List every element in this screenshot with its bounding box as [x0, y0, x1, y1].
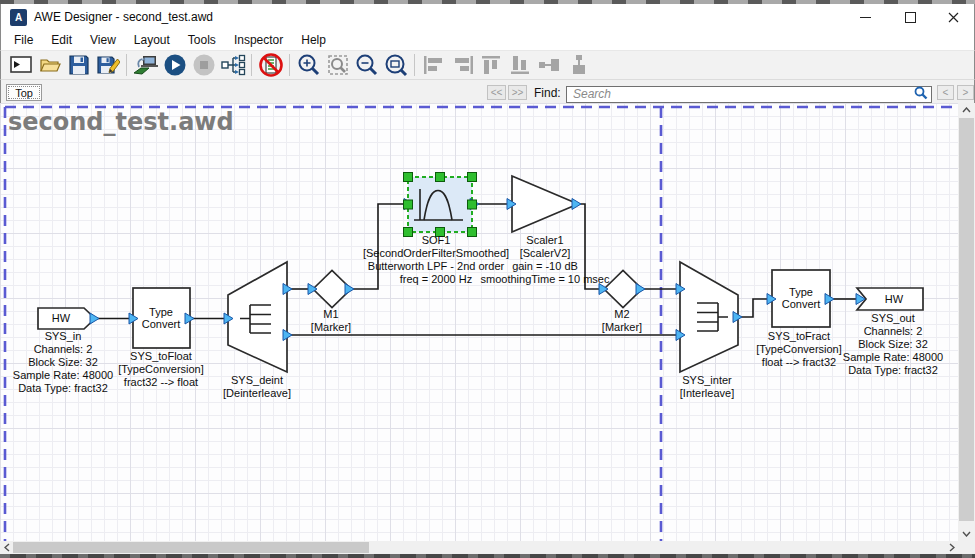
label-line: fract32 --> float: [118, 376, 204, 389]
align-top-icon: [479, 53, 505, 77]
align-center-horizontal-button[interactable]: [535, 52, 564, 78]
scroll-left-arrow[interactable]: [0, 541, 13, 554]
chevron-left-icon: [4, 543, 10, 552]
menu-file[interactable]: File: [5, 31, 42, 49]
menu-edit[interactable]: Edit: [42, 31, 81, 49]
zoom-fit-button[interactable]: [381, 52, 410, 78]
zoom-region-button[interactable]: [323, 52, 352, 78]
find-next-button[interactable]: >: [957, 85, 974, 100]
history-forward-button[interactable]: >>: [508, 85, 527, 100]
pin-m1-in[interactable]: [308, 284, 317, 295]
sys-out-label: SYS_out Channels: 2 Block Size: 32 Sampl…: [843, 312, 943, 377]
sys-tofloat-label: SYS_toFloat [TypeConversion] fract32 -->…: [118, 350, 204, 389]
align-center-vertical-button[interactable]: [564, 52, 593, 78]
new-design-button[interactable]: [6, 52, 35, 78]
scroll-down-arrow[interactable]: [958, 527, 975, 541]
label-line: M2: [602, 308, 642, 321]
align-right-button[interactable]: [448, 52, 477, 78]
open-folder-icon: [38, 53, 62, 77]
toolbar-separator: [414, 54, 415, 76]
align-left-icon: [421, 53, 447, 77]
align-left-button[interactable]: [419, 52, 448, 78]
vertical-scrollbar[interactable]: [958, 103, 975, 541]
menu-layout[interactable]: Layout: [125, 31, 179, 49]
save-as-icon: [96, 53, 120, 77]
open-button[interactable]: [35, 52, 64, 78]
menu-tools[interactable]: Tools: [179, 31, 225, 49]
design-title: second_test.awd: [8, 108, 234, 136]
align-bottom-icon: [508, 53, 534, 77]
block-sof1-selected[interactable]: [408, 177, 472, 232]
label-line: [Marker]: [602, 321, 642, 334]
label-line: [Interleave]: [680, 387, 734, 400]
label-line: [TypeConversion]: [756, 343, 842, 356]
m1-label: M1 [Marker]: [311, 308, 351, 334]
propagate-changes-button[interactable]: [218, 52, 247, 78]
label-line: Channels: 2: [13, 343, 113, 356]
minimize-icon: [860, 17, 871, 18]
zoom-in-button[interactable]: [294, 52, 323, 78]
label-line: M1: [311, 308, 351, 321]
scroll-right-arrow[interactable]: [945, 541, 958, 554]
label-line: [TypeConversion]: [118, 363, 204, 376]
caption-line: Type: [142, 306, 181, 318]
new-design-icon: [9, 53, 33, 77]
menu-inspector[interactable]: Inspector: [225, 31, 292, 49]
caption-line: Convert: [142, 318, 181, 330]
propagate-changes-icon: [220, 53, 246, 77]
play-button[interactable]: [160, 52, 189, 78]
label-line: Block Size: 32: [13, 356, 113, 369]
horizontal-scrollbar[interactable]: [0, 541, 958, 554]
disable-inspectors-button[interactable]: [256, 52, 285, 78]
pin-m2-out[interactable]: [636, 284, 645, 295]
scroll-up-arrow[interactable]: [958, 103, 975, 117]
pin-sysin-out[interactable]: [90, 313, 99, 324]
close-button[interactable]: [931, 4, 975, 30]
menu-view[interactable]: View: [81, 31, 125, 49]
label-line: [ScalerV2]: [481, 247, 610, 260]
pin-m1-out[interactable]: [345, 284, 354, 295]
label-line: Data Type: fract32: [13, 382, 113, 395]
block-scaler1[interactable]: [512, 176, 578, 232]
menu-bar: File Edit View Layout Tools Inspector He…: [0, 30, 975, 51]
close-icon: [948, 12, 959, 23]
sys-in-caption: HW: [52, 312, 70, 324]
zoom-fit-icon: [384, 53, 408, 77]
label-line: SYS_inter: [680, 374, 734, 387]
history-back-button[interactable]: <<: [487, 85, 506, 100]
maximize-button[interactable]: [888, 4, 933, 30]
label-line: SYS_toFloat: [118, 350, 204, 363]
align-bottom-button[interactable]: [506, 52, 535, 78]
block-sys-inter[interactable]: [680, 262, 738, 372]
save-icon: [67, 53, 91, 77]
label-line: smoothingTime = 10 msec: [481, 273, 610, 286]
vertical-scroll-thumb[interactable]: [959, 118, 974, 521]
zoom-out-button[interactable]: [352, 52, 381, 78]
maximize-icon: [905, 12, 916, 23]
zoom-in-icon: [297, 53, 321, 77]
save-as-button[interactable]: [93, 52, 122, 78]
caption-line: Type: [782, 286, 821, 298]
design-canvas[interactable]: second_test.awd HW Type Convert Type Con…: [0, 103, 958, 541]
connect-target-button[interactable]: [131, 52, 160, 78]
stop-button[interactable]: [189, 52, 218, 78]
menu-help[interactable]: Help: [292, 31, 335, 49]
toolbar-separator: [126, 54, 127, 76]
tab-top-level[interactable]: Top: [6, 84, 42, 101]
find-label: Find:: [534, 86, 561, 100]
align-center-horizontal-icon: [537, 53, 563, 77]
title-bar: A AWE Designer - second_test.awd: [0, 4, 975, 30]
caption-line: Convert: [782, 298, 821, 310]
sys-tofract-label: SYS_toFract [TypeConversion] float --> f…: [756, 330, 842, 369]
save-button[interactable]: [64, 52, 93, 78]
window-title: AWE Designer - second_test.awd: [34, 10, 213, 24]
horizontal-scroll-thumb[interactable]: [13, 542, 369, 553]
label-line: [Marker]: [311, 321, 351, 334]
align-top-button[interactable]: [477, 52, 506, 78]
background-window-bottom-strip: [0, 554, 975, 558]
block-sys-deint[interactable]: [228, 262, 287, 372]
find-previous-button[interactable]: <: [937, 85, 954, 100]
pin-scaler1-out[interactable]: [572, 199, 581, 210]
search-input[interactable]: [566, 86, 932, 103]
minimize-button[interactable]: [843, 4, 888, 30]
